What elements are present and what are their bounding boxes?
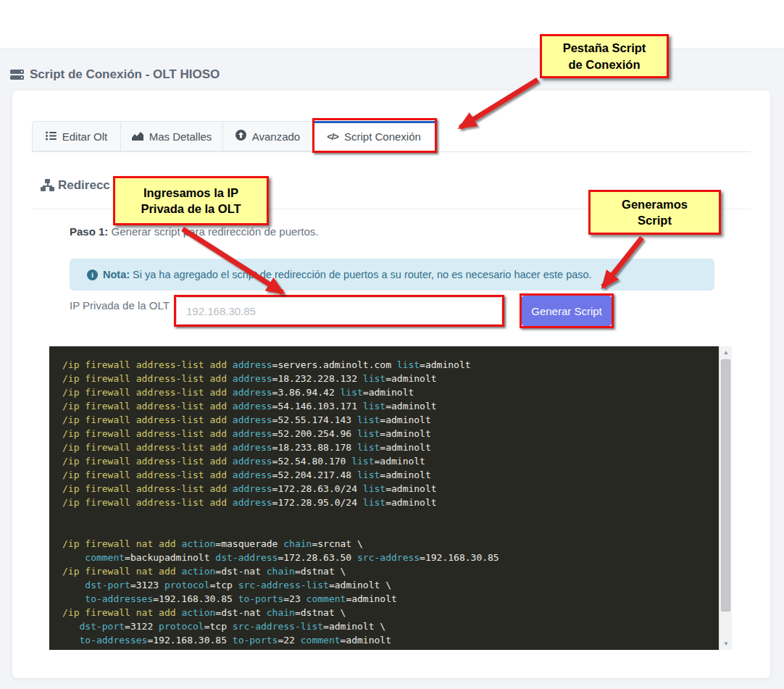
note-label: Nota: — [103, 269, 130, 280]
code-line: /ip firewall address-list add address=se… — [62, 358, 714, 372]
ip-input[interactable] — [176, 297, 502, 325]
code-line: /ip firewall address-list add address=52… — [62, 413, 714, 427]
annotation-ip-callout: Ingresamos la IP Privada de la OLT — [113, 176, 269, 225]
generate-button-highlight: Generar Script — [520, 293, 614, 328]
code-line: /ip firewall nat add action=dst-nat chai… — [62, 606, 714, 619]
code-line: /ip firewall nat add action=dst-nat chai… — [62, 564, 714, 578]
code-line: /ip firewall address-list add address=3.… — [62, 385, 714, 399]
scroll-up-icon[interactable]: ▲ — [720, 346, 732, 359]
code-line: /ip firewall nat add action=masquerade c… — [62, 537, 714, 551]
code-line: to-addresses=192.168.30.85 to-ports=23 c… — [62, 592, 714, 606]
code-line: to-addresses=192.168.30.85 to-ports=22 c… — [62, 633, 714, 647]
tab-mas-detalles[interactable]: Mas Detalles — [121, 121, 223, 151]
code-line: /ip firewall address-list add address=18… — [62, 372, 714, 385]
code-line: comment=backupadminolt dst-address=172.2… — [62, 551, 714, 564]
code-line: /ip firewall address-list add address=17… — [62, 496, 714, 509]
code-line: /ip firewall address-list add address=52… — [62, 468, 714, 482]
list-icon — [46, 130, 57, 143]
code-line: /ip firewall address-list add address=17… — [62, 482, 714, 496]
chart-area-icon — [132, 130, 143, 143]
page-title: Script de Conexión - OLT HIOSO — [30, 67, 220, 82]
scrollbar[interactable]: ▲ ▼ — [719, 346, 732, 650]
scrollbar-thumb[interactable] — [721, 359, 730, 611]
script-output[interactable]: /ip firewall address-list add address=se… — [49, 346, 732, 650]
tab-avanzado[interactable]: Avanzado — [223, 121, 313, 151]
page-title-row: Script de Conexión - OLT HIOSO — [10, 67, 220, 82]
section-heading: Redirecc — [58, 178, 110, 193]
sitemap-icon — [41, 179, 54, 191]
tab-label: Avanzado — [252, 130, 300, 143]
step-text: Paso 1: Generar script para redirección … — [70, 225, 319, 238]
code-line: /ip firewall address-list add address=54… — [62, 399, 714, 413]
step-label: Paso 1: — [70, 225, 108, 238]
tab-label: Mas Detalles — [149, 130, 212, 143]
code-line: dst-port=3122 protocol=tcp src-address-l… — [62, 619, 714, 633]
tab-editar-olt[interactable]: Editar Olt — [32, 121, 121, 151]
code-line: /ip firewall address-list add address=52… — [62, 427, 714, 440]
tab-label: Editar Olt — [62, 130, 108, 143]
note-box: i Nota: Si ya ha agregado el script de r… — [70, 259, 714, 291]
ip-input-highlight — [174, 295, 504, 327]
annotation-tab-callout: Pestaña Script de Conexión — [540, 34, 669, 78]
code-line: /ip firewall address-list add address=18… — [62, 440, 714, 454]
info-icon: i — [87, 270, 98, 280]
ip-field-label: IP Privada de la OLT — [70, 299, 170, 312]
code-line: dst-port=3123 protocol=tcp src-address-l… — [62, 578, 714, 592]
script-output-lines: /ip firewall address-list add address=se… — [62, 358, 714, 647]
generate-script-button[interactable]: Generar Script — [522, 296, 612, 326]
scroll-down-icon[interactable]: ▼ — [720, 638, 732, 650]
annotation-generate-callout: Generamos Script — [588, 190, 721, 235]
code-line — [62, 523, 714, 537]
tab-highlight — [312, 118, 437, 153]
server-icon — [10, 70, 24, 80]
code-line: /ip firewall address-list add address=52… — [62, 454, 714, 468]
arrow-circle-up-icon — [235, 130, 246, 143]
code-line — [62, 509, 714, 523]
